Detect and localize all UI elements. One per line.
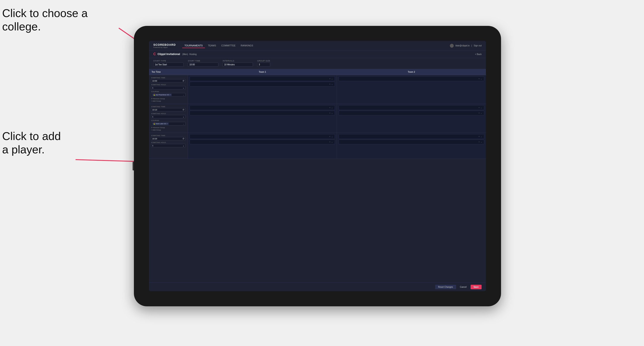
starting-time-label-2: STARTING TIME: [151,106,186,108]
course-select-1[interactable]: ⛳ (A) Peachtree GC × ⌄ [151,93,186,97]
logo-subtitle: Powered by clippd [153,46,176,48]
course-label-1: COURSE: [151,91,186,93]
list-item[interactable]: × ⌄ [190,134,335,139]
group-size-field: Group Size 3 [257,60,270,67]
table-header: Tee Time Team 1 Team 2 [149,69,486,75]
list-item[interactable]: × ⌄ [190,105,335,110]
intervals-select[interactable]: 10 Minutes [223,63,253,67]
schedule-table: Tee Time Team 1 Team 2 STARTING TIME: 10… [149,69,486,283]
remove-player-icon[interactable]: × [329,141,330,143]
back-button[interactable]: < Back [475,53,482,55]
col-team2: Team 2 [337,69,486,75]
time-input-2[interactable]: 10:10 ⏱ [151,108,186,112]
nav-tournaments[interactable]: TOURNAMENTS [182,43,205,48]
time-input-3[interactable]: 10:20 ⏱ [151,137,186,141]
remove-player-icon[interactable]: × [329,78,330,80]
chevron-down-icon-4: ⌄ [183,123,184,125]
add-group-link-1[interactable]: + Add Group [151,100,186,102]
team1-slot-3: × ⌄ × ⌄ [188,133,337,159]
annotation-line3: Click to add [2,130,61,142]
list-item[interactable]: × ⌄ [339,105,484,110]
remove-player-icon[interactable]: × [478,78,480,80]
config-bar: Start Type 1st Tee Start Start Time Inte… [149,58,486,69]
list-item[interactable]: × ⌄ [339,76,484,81]
course-badge-1: ⛳ (A) Peachtree GC × [152,94,172,96]
remove-player-icon[interactable]: × [478,136,480,138]
list-item[interactable]: × ⌄ [190,111,335,115]
chevron-down-icon-3: ⌄ [183,116,184,118]
nav-separator: | [472,44,472,47]
nav-committee[interactable]: COMMITTEE [219,43,238,48]
team1-slot-1: × ⌄ × ⌄ [188,75,337,104]
intervals-field: Intervals 10 Minutes [223,60,253,67]
clock-icon: ⏱ [182,80,184,82]
annotation-choose-college: Click to choose a college. [2,6,88,33]
chevron-player-icon: ⌄ [331,141,333,143]
hole-select-3[interactable]: 1 ⌄ [151,144,186,147]
user-email: blair@clippd.io [456,44,470,47]
remove-group-link-2[interactable]: ⟳ Remove Group [151,127,186,129]
remove-player-icon[interactable]: × [329,112,330,114]
hole-select-2[interactable]: 1 ⌄ [151,115,186,118]
hole-select-1[interactable]: 1 ⌄ [151,86,186,90]
group-size-label: Group Size [257,60,270,62]
chevron-player-icon: ⌄ [480,112,482,114]
remove-player-icon[interactable]: × [329,107,330,109]
tournament-name: Clippd Invitational [158,53,180,56]
start-type-select[interactable]: 1st Tee Start [153,63,184,67]
save-button[interactable]: Save [470,285,482,289]
chevron-player-icon: ⌄ [480,78,482,80]
add-group-link-2[interactable]: + Add Group [151,129,186,131]
list-item[interactable]: × ⌄ [339,140,484,144]
clippd-logo-icon: C [153,52,156,56]
group-3-config: STARTING TIME: 10:20 ⏱ STARTING HOLE: 1 … [149,133,188,159]
gender-badge: (Men) [182,53,188,55]
clock-icon-2: ⏱ [182,109,184,111]
intervals-label: Intervals [223,60,253,62]
table-row: STARTING TIME: 10:00 ⏱ STARTING HOLE: 1 … [149,75,486,104]
footer-bar: Reset Changes Cancel Save [149,283,486,291]
course-select-2[interactable]: ⛳ East Lake GC × ⌄ [151,122,186,126]
remove-player-icon[interactable]: × [478,107,480,109]
group-size-select[interactable]: 3 [257,63,270,67]
remove-player-icon[interactable]: × [329,136,330,138]
remove-player-icon[interactable]: × [478,141,480,143]
list-item[interactable]: × ⌄ [339,111,484,115]
time-input-1[interactable]: 10:00 ⏱ [151,79,186,83]
nav-right: blair@clippd.io | Sign out [450,44,482,48]
nav-rankings[interactable]: RANKINGS [239,43,255,48]
start-time-input[interactable] [188,63,218,67]
remove-player-icon[interactable]: × [329,83,330,85]
nav-links: TOURNAMENTS TEAMS COMMITTEE RANKINGS [182,43,450,48]
tablet-screen: SCOREBOARD Powered by clippd TOURNAMENTS… [149,41,486,291]
chevron-player-icon: ⌄ [331,112,333,114]
navigation-bar: SCOREBOARD Powered by clippd TOURNAMENTS… [149,41,486,50]
course-label-2: COURSE: [151,120,186,121]
cancel-button[interactable]: Cancel [458,285,469,289]
list-item[interactable]: × ⌄ [190,76,335,81]
remove-course-icon[interactable]: × [170,94,171,96]
logo-title: SCOREBOARD [153,43,176,46]
remove-group-link-1[interactable]: ⟳ Remove Group [151,98,186,100]
list-item[interactable]: × ⌄ [190,140,335,144]
hosting-badge: Hosting [189,53,196,55]
nav-teams[interactable]: TEAMS [206,43,218,48]
tablet-device: SCOREBOARD Powered by clippd TOURNAMENTS… [134,26,501,306]
chevron-down-icon: ⌄ [183,87,184,89]
remove-course-icon-2[interactable]: × [167,123,168,125]
sub-header: C Clippd Invitational (Men) Hosting < Ba… [149,50,486,58]
annotation-add-player: Click to add a player. [2,129,61,156]
starting-hole-label-2: STARTING HOLE: [151,113,186,115]
chevron-player-icon: ⌄ [331,83,333,85]
team1-slot-2: × ⌄ × ⌄ [188,104,337,133]
list-item[interactable]: × ⌄ [190,82,335,86]
sign-out-link[interactable]: Sign out [474,44,482,47]
remove-player-icon[interactable]: × [478,112,480,114]
team2-slot-1: × ⌄ [337,75,486,104]
reset-changes-button[interactable]: Reset Changes [435,285,456,289]
col-tee-time: Tee Time [149,69,188,75]
team2-slot-3: × ⌄ × ⌄ [337,133,486,159]
annotation-line4: a player. [2,143,45,156]
list-item[interactable]: × ⌄ [339,134,484,139]
starting-time-label-1: STARTING TIME: [151,77,186,79]
